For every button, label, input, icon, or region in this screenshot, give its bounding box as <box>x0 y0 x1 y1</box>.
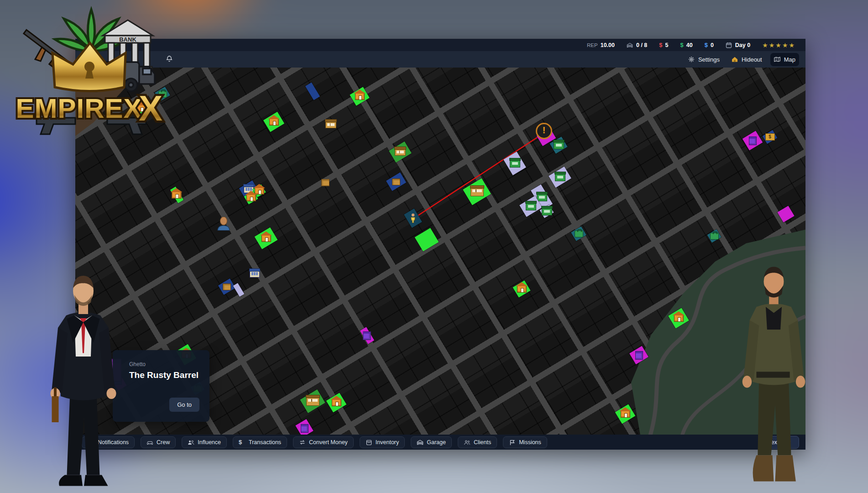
map-marker-shop2[interactable] <box>522 199 540 213</box>
transactions-button[interactable]: $Transactions <box>233 436 287 448</box>
green-store-icon <box>510 160 520 168</box>
clients-icon <box>464 439 471 446</box>
properties-count: 0 / 8 <box>636 42 647 48</box>
map-marker-house[interactable] <box>257 231 275 246</box>
day-value: Day 0 <box>735 42 750 48</box>
map-marker-building[interactable] <box>236 283 241 296</box>
garage-button[interactable]: Garage <box>411 436 452 448</box>
store-icon <box>250 270 260 278</box>
dollar-icon: $ <box>239 439 246 446</box>
crate-icon <box>223 283 231 290</box>
map-marker-house[interactable] <box>671 311 686 325</box>
house-icon <box>172 192 182 199</box>
map-marker-shop[interactable] <box>391 145 409 159</box>
briefcase-icon <box>710 233 719 240</box>
rep-label: REP <box>587 42 598 48</box>
map-marker-pub[interactable] <box>632 349 646 362</box>
map-marker-crate[interactable] <box>220 281 234 292</box>
map-marker-shop[interactable] <box>325 121 336 128</box>
hideout-label: Hideout <box>742 56 762 63</box>
button-label: Inventory <box>376 439 399 446</box>
map-marker-shop2[interactable] <box>507 154 523 173</box>
crate-icon <box>321 179 329 186</box>
button-label: Influence <box>198 439 221 446</box>
bank-money-value: 0 <box>711 42 714 48</box>
map-marker-house[interactable] <box>172 187 182 203</box>
map-marker-house[interactable] <box>352 90 367 103</box>
settings-button[interactable]: Settings <box>685 53 723 66</box>
map-button[interactable]: Map <box>770 53 799 66</box>
map-marker-npc[interactable] <box>216 217 231 231</box>
map-marker-pub[interactable] <box>298 421 311 435</box>
house-icon <box>674 315 684 322</box>
map-marker-bar[interactable] <box>303 393 323 409</box>
map-marker-briefcase[interactable] <box>709 231 720 241</box>
hideout-button[interactable]: Hideout <box>728 53 766 66</box>
convert-money-button[interactable]: Convert Money <box>293 436 354 448</box>
map-marker-bar[interactable] <box>466 183 488 201</box>
house-icon <box>517 286 527 293</box>
map-marker-briefcase[interactable] <box>573 229 585 239</box>
exchange-icon <box>299 439 306 446</box>
character-boss <box>32 252 135 493</box>
briefcase-icon <box>575 231 583 237</box>
car-icon <box>146 439 153 446</box>
star-icon: ★ <box>762 42 768 48</box>
map-marker-shop2[interactable] <box>552 139 565 151</box>
house-icon <box>355 93 365 100</box>
map-marker-house[interactable] <box>246 193 256 202</box>
inventory-button[interactable]: Inventory <box>360 436 405 448</box>
bottom-bar: NotificationsCrewInfluence$TransactionsC… <box>75 435 805 450</box>
clients-button[interactable]: Clients <box>458 436 497 448</box>
star-icon: ★ <box>782 42 788 48</box>
map-marker-player[interactable] <box>407 210 419 226</box>
map-marker-building[interactable] <box>779 208 792 220</box>
bank-sign-text: BANK <box>119 36 136 43</box>
green-store-icon <box>555 173 565 181</box>
map-marker-house[interactable] <box>329 396 344 409</box>
character-operative <box>727 248 821 491</box>
properties-stat: 0 / 8 <box>627 42 647 48</box>
map-marker-pub[interactable] <box>363 328 371 343</box>
map-marker-building[interactable] <box>309 83 316 100</box>
settings-label: Settings <box>698 56 720 63</box>
green-store-icon <box>526 203 536 210</box>
bank-money-stat: $ 0 <box>705 42 714 48</box>
logo-x: X <box>139 88 162 128</box>
bank-icon: $ <box>765 133 775 141</box>
map-marker-building[interactable] <box>418 231 436 248</box>
go-to-button[interactable]: Go to <box>169 398 199 412</box>
star-rating: ★★★★★ <box>762 42 795 48</box>
influence-button[interactable]: Influence <box>182 436 227 448</box>
house-icon <box>269 119 279 126</box>
dirty-money-stat: $ 5 <box>659 42 668 48</box>
clean-money-icon: $ <box>680 42 684 48</box>
map-marker-bank[interactable]: $ <box>764 132 776 142</box>
map-marker-excl[interactable]: ! <box>536 123 552 139</box>
map-marker-shop2[interactable] <box>551 170 569 184</box>
gear-icon <box>688 56 695 63</box>
shop-icon <box>395 148 406 156</box>
star-icon: ★ <box>775 42 781 48</box>
map-marker-house[interactable] <box>266 115 282 129</box>
button-label: Crew <box>157 439 170 446</box>
map-marker-crate[interactable] <box>388 176 404 188</box>
house-icon <box>621 411 630 418</box>
house-icon <box>261 235 271 242</box>
map-marker-pub[interactable] <box>745 134 760 147</box>
button-label: Missions <box>519 439 541 446</box>
dirty-money-icon: $ <box>659 42 662 48</box>
house-icon <box>246 194 256 201</box>
map-marker-house[interactable] <box>617 407 633 421</box>
dirty-money-value: 5 <box>665 42 669 48</box>
button-label: Garage <box>427 439 446 446</box>
map-marker-bank2[interactable] <box>250 270 260 278</box>
map-marker-house[interactable] <box>515 283 528 295</box>
crew-button[interactable]: Crew <box>141 436 176 448</box>
pub-icon <box>749 136 757 145</box>
map-marker-shop2[interactable] <box>541 207 552 216</box>
map-marker-crate[interactable] <box>321 179 329 186</box>
player-marker-icon <box>410 213 416 223</box>
crate-icon <box>392 178 400 185</box>
missions-button[interactable]: Missions <box>503 436 547 448</box>
